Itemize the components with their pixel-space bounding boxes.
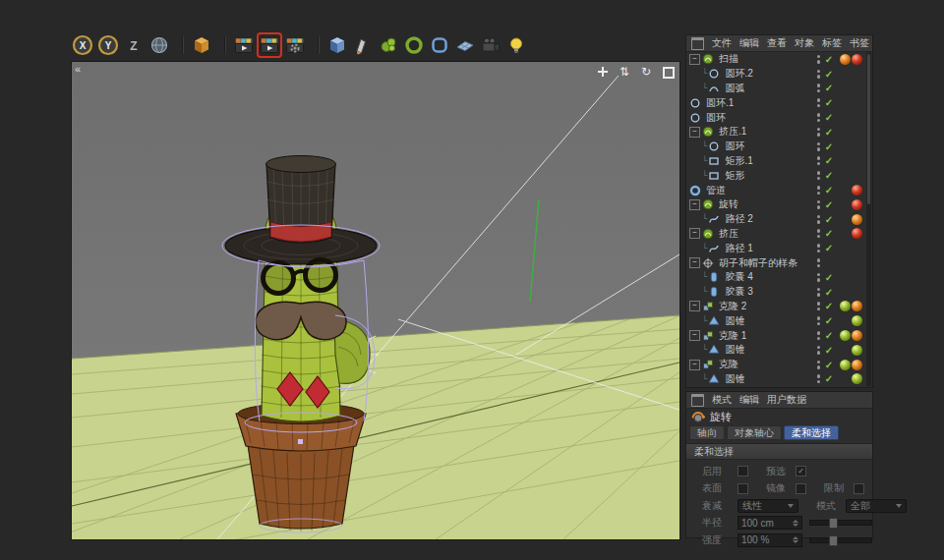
material-tag-red[interactable]	[852, 228, 862, 239]
enable-check[interactable]: ✓	[823, 228, 835, 239]
enable-check[interactable]: ✓	[823, 243, 835, 253]
material-tag-green[interactable]	[852, 345, 862, 356]
tree-expander[interactable]: −	[689, 301, 700, 311]
visibility-dots[interactable]	[814, 288, 823, 297]
object-row[interactable]: └圆弧✓	[687, 82, 865, 96]
camera-button[interactable]	[479, 33, 502, 57]
viewport[interactable]: « ⇅ ↻	[71, 61, 680, 540]
enable-check[interactable]: ✓	[823, 54, 835, 65]
deformers-button[interactable]	[428, 33, 451, 57]
dolly-icon[interactable]: ⇅	[618, 65, 631, 79]
object-row[interactable]: −胡子和帽子的样条	[687, 255, 865, 270]
menu-user-data[interactable]: 用户数据	[767, 393, 806, 407]
object-manager-scrollbar[interactable]	[866, 52, 871, 386]
object-label[interactable]: 矩形	[725, 169, 744, 183]
object-label[interactable]: 圆环.2	[725, 67, 752, 81]
menu-tags[interactable]: 标签	[822, 36, 842, 50]
enable-check[interactable]: ✓	[823, 345, 835, 356]
enable-check[interactable]: ✓	[823, 272, 835, 283]
edit-render-settings-button[interactable]	[283, 33, 307, 57]
add-primitive-button[interactable]	[325, 33, 349, 57]
mirror-checkbox[interactable]	[796, 483, 806, 494]
axis-x-lock-button[interactable]: X	[71, 33, 94, 57]
tab-axis[interactable]: 轴向	[689, 425, 725, 440]
material-tag-orange[interactable]	[852, 360, 862, 370]
visibility-dots[interactable]	[814, 316, 823, 325]
object-label[interactable]: 圆锥	[725, 372, 744, 386]
palette-collapse-toggle[interactable]: «	[75, 63, 81, 75]
floor-environment-button[interactable]	[453, 33, 477, 57]
object-label[interactable]: 克隆	[719, 358, 738, 371]
object-label[interactable]: 胶囊 3	[725, 285, 752, 299]
object-row[interactable]: └路径 2✓	[687, 212, 865, 227]
visibility-dots[interactable]	[814, 186, 823, 195]
material-tag-green[interactable]	[852, 373, 862, 384]
visibility-dots[interactable]	[814, 113, 823, 122]
restrict-checkbox[interactable]	[854, 483, 864, 494]
object-row[interactable]: └胶囊 4✓	[687, 270, 865, 285]
visibility-dots[interactable]	[814, 258, 823, 267]
pen-spline-button[interactable]	[351, 33, 375, 57]
visibility-dots[interactable]	[814, 171, 823, 180]
object-label[interactable]: 圆环.1	[706, 96, 734, 110]
enable-check[interactable]: ✓	[823, 301, 835, 311]
tree-expander[interactable]: −	[689, 127, 700, 138]
object-row[interactable]: └矩形.1✓	[687, 154, 865, 169]
enable-check[interactable]: ✓	[823, 127, 835, 138]
visibility-dots[interactable]	[814, 374, 823, 383]
object-row[interactable]: └圆锥✓	[687, 343, 865, 358]
object-row[interactable]: 圆环✓	[687, 110, 865, 125]
render-picture-viewer-button[interactable]	[258, 33, 281, 57]
pan-icon[interactable]	[596, 65, 610, 79]
object-label[interactable]: 管道	[706, 184, 726, 197]
menu-mode[interactable]: 模式	[712, 393, 732, 407]
material-tag-red[interactable]	[852, 54, 862, 65]
object-row[interactable]: └胶囊 3✓	[687, 285, 865, 300]
object-row[interactable]: 管道✓	[687, 183, 865, 197]
panel-icon[interactable]	[691, 37, 704, 50]
enable-check[interactable]: ✓	[823, 287, 835, 298]
enable-check[interactable]: ✓	[823, 83, 835, 93]
enable-check[interactable]: ✓	[823, 199, 835, 210]
material-tag-orange[interactable]	[840, 54, 851, 65]
object-label[interactable]: 挤压	[719, 227, 738, 241]
object-label[interactable]: 胡子和帽子的样条	[719, 256, 797, 270]
strength-field[interactable]: 100 %	[738, 533, 802, 547]
object-label[interactable]: 圆弧	[725, 82, 744, 95]
visibility-dots[interactable]	[814, 200, 823, 209]
object-label[interactable]: 路径 1	[725, 242, 752, 255]
material-tag-red[interactable]	[852, 185, 862, 196]
visibility-dots[interactable]	[814, 215, 823, 224]
generators-button[interactable]	[402, 33, 426, 57]
enable-check[interactable]: ✓	[823, 97, 835, 108]
object-label[interactable]: 圆环	[706, 111, 726, 125]
visibility-dots[interactable]	[814, 84, 823, 92]
tree-expander[interactable]: −	[689, 54, 700, 65]
visibility-dots[interactable]	[814, 361, 823, 369]
material-tag-green[interactable]	[840, 360, 851, 370]
visibility-dots[interactable]	[814, 331, 823, 340]
visibility-dots[interactable]	[814, 273, 823, 282]
axis-z-lock-button[interactable]: Z	[122, 33, 146, 57]
visibility-dots[interactable]	[814, 98, 823, 107]
spline-point-handle[interactable]	[298, 439, 303, 444]
enable-check[interactable]: ✓	[823, 69, 835, 80]
enable-check[interactable]: ✓	[823, 360, 835, 370]
visibility-dots[interactable]	[814, 229, 823, 238]
tree-expander[interactable]: −	[689, 228, 700, 239]
object-row[interactable]: −扫描✓	[687, 52, 865, 67]
object-row[interactable]: └圆锥✓	[687, 372, 865, 386]
viewport-scene[interactable]	[72, 62, 679, 539]
axis-y-lock-button[interactable]: Y	[96, 33, 120, 57]
mode-dropdown[interactable]: 全部	[846, 499, 907, 513]
material-tag-green[interactable]	[840, 301, 851, 311]
surface-checkbox[interactable]	[738, 483, 748, 494]
subdivision-surface-button[interactable]	[377, 33, 400, 57]
enable-check[interactable]: ✓	[823, 373, 835, 384]
visibility-dots[interactable]	[814, 142, 823, 151]
tree-expander[interactable]: −	[689, 257, 700, 268]
object-label[interactable]: 圆锥	[725, 314, 744, 328]
object-label[interactable]: 克隆 1	[719, 329, 746, 343]
menu-edit[interactable]: 编辑	[739, 393, 759, 407]
tab-soft-selection[interactable]: 柔和选择	[784, 425, 839, 440]
